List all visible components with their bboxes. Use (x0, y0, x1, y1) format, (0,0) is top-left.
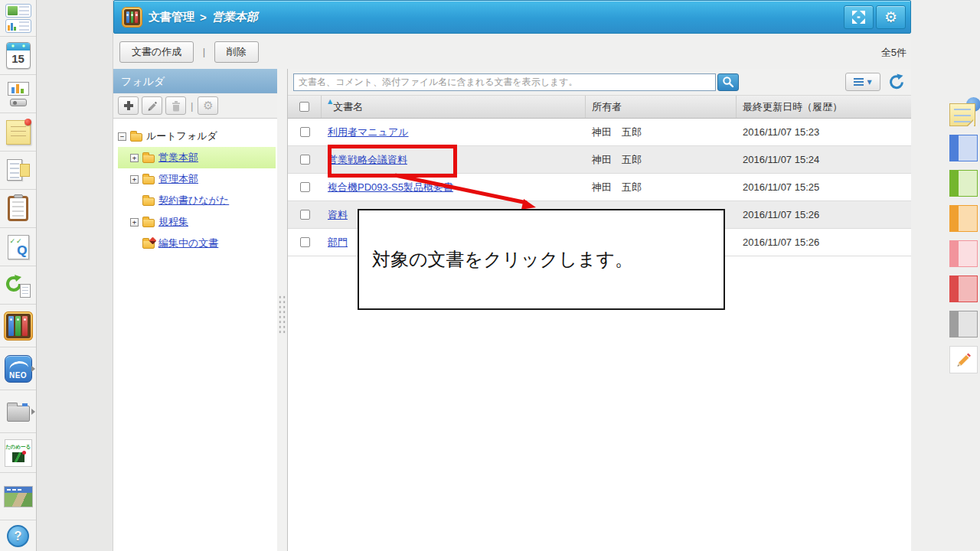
document-link[interactable]: 営業戦略会議資料 (328, 153, 407, 167)
banner-link-button[interactable] (0, 473, 36, 520)
folder-link[interactable]: 契約書ひながた (158, 194, 229, 207)
gear-icon: ⚙ (884, 10, 897, 24)
expand-toggle-icon[interactable]: + (130, 154, 139, 162)
list-options-button[interactable]: ▼ (845, 73, 880, 91)
edit-pencil-button[interactable] (949, 346, 978, 373)
app-header: 文書管理 > 営業本部 ⚙ (113, 0, 911, 34)
folder-link[interactable]: 管理本部 (158, 172, 198, 186)
column-header-name[interactable]: ▲ 文書名 (322, 96, 586, 118)
red-label-button[interactable] (949, 276, 978, 302)
updated-cell: 2016/11/07 15:23 (737, 119, 911, 145)
help-icon: ? (7, 525, 29, 547)
clipboard-icon (8, 196, 28, 221)
blue-label-button[interactable] (949, 135, 978, 161)
create-document-button[interactable]: 文書の作成 (119, 41, 194, 63)
folder-item-sales[interactable]: + 営業本部 (118, 147, 276, 168)
column-header-updated[interactable]: 最終更新日時（履歴） (737, 96, 911, 118)
folder-link[interactable]: 規程集 (158, 215, 188, 229)
row-checkbox[interactable] (300, 182, 310, 192)
delete-folder-button[interactable] (165, 96, 186, 115)
pink-label-button[interactable] (949, 240, 978, 267)
cabinet-folder-icon (7, 406, 30, 422)
folder-item-root[interactable]: − ルートフォルダ (118, 126, 277, 147)
presentation-app-button[interactable] (0, 75, 36, 113)
annotation-text: 対象の文書をクリックします。 (372, 249, 633, 269)
column-label: 最終更新日時（履歴） (743, 100, 842, 114)
portal-app-button[interactable] (0, 0, 36, 37)
updated-cell: 2016/11/07 15:26 (737, 201, 911, 228)
scheduler-app-button[interactable]: 15 (0, 37, 36, 75)
sort-ascending-icon: ▲ (328, 98, 332, 105)
folder-settings-button[interactable]: ⚙ (198, 96, 218, 115)
column-label: 文書名 (333, 100, 363, 114)
app-launcher-rail: 15 ✓✓ Q (0, 0, 37, 551)
tanomeru-app-button[interactable]: たのめーる (0, 433, 36, 473)
neo-label: NEO (5, 371, 31, 380)
folder-item-contracts[interactable]: 契約書ひながた (118, 190, 277, 211)
memo-app-button[interactable] (0, 113, 36, 152)
refresh-icon (888, 73, 905, 90)
row-checkbox[interactable] (300, 237, 310, 247)
cabinet-app-button[interactable] (0, 390, 36, 433)
add-folder-button[interactable] (118, 96, 139, 115)
column-header-owner[interactable]: 所有者 (586, 96, 737, 118)
updated-cell: 2016/11/07 15:25 (737, 174, 911, 201)
document-link[interactable]: 複合機PD093-S5製品概要書 (328, 181, 453, 194)
panel-splitter[interactable] (277, 69, 288, 551)
orange-label-button[interactable] (949, 205, 978, 232)
expand-arrows-icon (851, 10, 866, 24)
expand-toggle-icon[interactable]: + (130, 218, 139, 227)
row-checkbox[interactable] (300, 210, 310, 220)
folder-label: ルートフォルダ (146, 129, 217, 143)
column-label: 所有者 (592, 100, 622, 114)
document-management-app-button[interactable] (0, 305, 36, 347)
table-row: 複合機PD093-S5製品概要書 神田 五郎 2016/11/07 15:25 (288, 174, 911, 201)
document-link[interactable]: 資料 (328, 208, 348, 222)
gray-label-button[interactable] (949, 311, 978, 337)
memo-icon (6, 120, 31, 145)
pencil-icon (956, 351, 972, 368)
search-bar: ▼ (288, 69, 911, 96)
row-checkbox[interactable] (300, 127, 310, 137)
document-link[interactable]: 利用者マニュアル (328, 126, 409, 139)
folder-link[interactable]: 営業本部 (158, 151, 198, 165)
neo-app-button[interactable]: NEO (0, 347, 36, 390)
memo-note-button[interactable] (949, 99, 980, 130)
breadcrumb: 文書管理 > 営業本部 (149, 10, 258, 24)
folder-item-drafts[interactable]: 編集中の文書 (118, 233, 277, 254)
folder-item-admin[interactable]: + 管理本部 (118, 168, 277, 190)
workflow-icon (5, 272, 31, 298)
edit-folder-button[interactable] (142, 96, 162, 115)
collapse-toggle-icon[interactable]: − (118, 132, 126, 141)
calendar-icon: 15 (6, 42, 31, 69)
document-management-icon (4, 311, 33, 341)
report-app-button[interactable] (0, 190, 36, 228)
refresh-button[interactable] (887, 73, 906, 91)
expand-toggle-icon[interactable]: + (130, 175, 139, 184)
document-link[interactable]: 部門 (328, 236, 348, 249)
hamburger-icon (854, 78, 864, 86)
survey-app-button[interactable]: ✓✓ Q (0, 228, 36, 266)
updated-cell: 2016/11/07 15:26 (737, 229, 911, 256)
workflow-app-button[interactable] (0, 266, 36, 305)
folder-toolbar: | ⚙ (113, 93, 277, 119)
select-all-checkbox[interactable] (299, 102, 309, 112)
calendar-day: 15 (7, 51, 30, 67)
fullscreen-button[interactable] (844, 5, 874, 29)
document-search-input[interactable] (293, 73, 716, 91)
folder-icon (142, 197, 155, 206)
search-button[interactable] (717, 73, 739, 91)
portal-icon (5, 4, 31, 33)
tanomeru-icon: たのめーる (5, 439, 32, 467)
splitter-grip-icon[interactable] (278, 295, 286, 334)
bulletin-app-button[interactable] (0, 152, 36, 190)
owner-cell: 神田 五郎 (586, 174, 737, 201)
folder-item-rules[interactable]: + 規程集 (118, 211, 277, 233)
row-checkbox[interactable] (300, 155, 310, 165)
folder-icon (142, 155, 155, 163)
help-button[interactable]: ? (0, 520, 36, 551)
folder-link[interactable]: 編集中の文書 (158, 236, 218, 250)
green-label-button[interactable] (949, 170, 978, 197)
delete-button[interactable]: 削除 (214, 41, 259, 63)
settings-button[interactable]: ⚙ (876, 5, 906, 29)
